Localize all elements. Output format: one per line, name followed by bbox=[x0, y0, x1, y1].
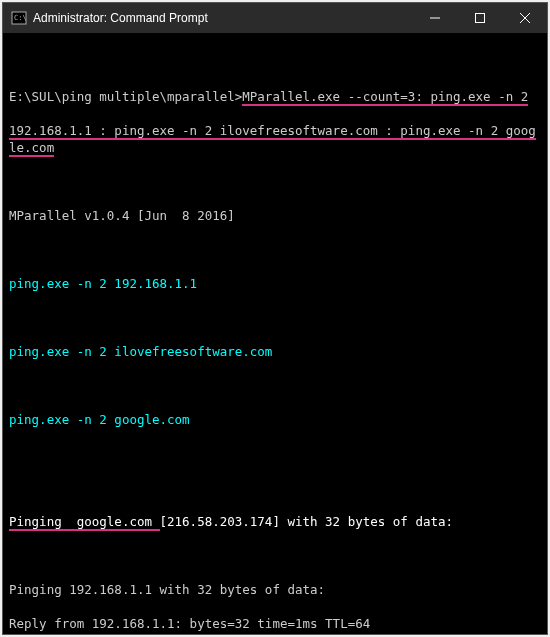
maximize-button[interactable] bbox=[457, 3, 502, 33]
window-title: Administrator: Command Prompt bbox=[33, 11, 412, 25]
minimize-button[interactable] bbox=[412, 3, 457, 33]
terminal-output[interactable]: E:\SUL\ping multiple\mparallel>MParallel… bbox=[3, 33, 547, 634]
echo-2: ping.exe -n 2 ilovefreesoftware.com bbox=[9, 343, 541, 360]
echo-3: ping.exe -n 2 google.com bbox=[9, 411, 541, 428]
close-button[interactable] bbox=[502, 3, 547, 33]
block1-l2: Reply from 192.168.1.1: bytes=32 time=1m… bbox=[9, 615, 541, 632]
titlebar[interactable]: C:\ Administrator: Command Prompt bbox=[3, 3, 547, 33]
block1-l1: Pinging 192.168.1.1 with 32 bytes of dat… bbox=[9, 581, 541, 598]
command-part2: 192.168.1.1 : ping.exe -n 2 ilovefreesof… bbox=[9, 123, 536, 157]
terminal-window: C:\ Administrator: Command Prompt E:\SUL… bbox=[2, 2, 548, 635]
cmd-icon: C:\ bbox=[11, 10, 27, 26]
command-part1: MParallel.exe --count=3: ping.exe -n 2 bbox=[242, 89, 528, 106]
window-controls bbox=[412, 3, 547, 33]
ping-google-header: Pinging google.com [216.58.203.174] with… bbox=[9, 513, 541, 530]
banner-line: MParallel v1.0.4 [Jun 8 2016] bbox=[9, 207, 541, 224]
svg-text:C:\: C:\ bbox=[14, 14, 27, 22]
svg-rect-3 bbox=[475, 14, 484, 23]
echo-1: ping.exe -n 2 192.168.1.1 bbox=[9, 275, 541, 292]
prompt-line: E:\SUL\ping multiple\mparallel>MParallel… bbox=[9, 88, 541, 105]
prompt-path: E:\SUL\ping multiple\mparallel> bbox=[9, 89, 242, 104]
command-line2: 192.168.1.1 : ping.exe -n 2 ilovefreesof… bbox=[9, 122, 541, 156]
